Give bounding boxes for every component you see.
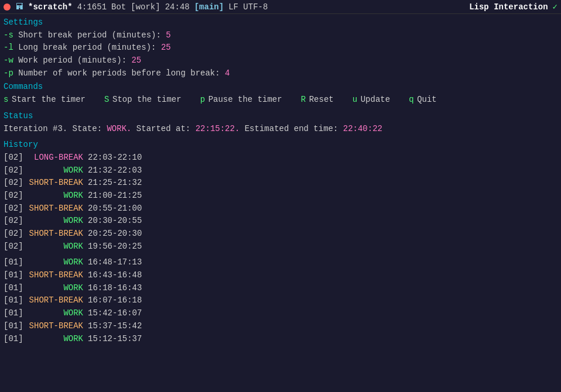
- cmd-key-R[interactable]: R: [301, 94, 309, 106]
- status-started-time: 22:15:22.: [196, 124, 240, 133]
- history-label: History: [4, 140, 38, 149]
- hist-index: [01]: [4, 256, 25, 269]
- hist-type: SHORT-BREAK: [25, 320, 83, 333]
- encoding-display: LF UTF-8: [228, 2, 268, 12]
- hist-time: 16:07-16:18: [88, 294, 142, 307]
- hist-index: [02]: [4, 164, 25, 177]
- short-break-value: 5: [166, 30, 170, 40]
- mode-indicator: Bot: [111, 2, 126, 12]
- hist-index: [01]: [4, 307, 25, 320]
- list-item: [02] WORK 21:00-21:25: [4, 190, 557, 202]
- hist-index: [02]: [4, 152, 25, 164]
- status-estimated-label: Estimated end time:: [245, 124, 338, 133]
- commands-section: Commands s Start the timer S Stop the ti…: [4, 81, 557, 106]
- flag-w: -w: [4, 56, 13, 65]
- hist-type: WORK: [25, 240, 83, 253]
- hist-time: 19:56-20:25: [88, 240, 142, 253]
- list-item: [01] WORK 16:18-16:43: [4, 282, 557, 295]
- history-group-1: [01] WORK 16:48-17:13 [01] SHORT-BREAK 1…: [4, 256, 557, 345]
- cmd-key-u[interactable]: u: [353, 94, 361, 106]
- hist-index: [02]: [4, 202, 25, 215]
- hist-time: 16:18-16:43: [88, 282, 142, 295]
- hist-time: 21:32-22:03: [88, 164, 142, 177]
- main-content: Settings -s Short break period (minutes)…: [0, 14, 561, 348]
- hist-type: WORK: [25, 190, 83, 202]
- list-item: [02] SHORT-BREAK 21:25-21:32: [4, 177, 557, 190]
- command-row: s Start the timer S Stop the timer p Pau…: [4, 94, 557, 106]
- flag-l: -l: [4, 43, 13, 52]
- cmd-key-q[interactable]: q: [409, 94, 417, 106]
- status-line: Iteration #3. State: WORK. Started at: 2…: [4, 123, 557, 136]
- cmd-key-s[interactable]: s: [4, 94, 12, 106]
- list-item: [02] SHORT-BREAK 20:25-20:30: [4, 228, 557, 240]
- cmd-label-pause: Pause the timer: [208, 94, 282, 106]
- hist-time: 20:25-20:30: [88, 228, 142, 240]
- status-iteration: Iteration #3. State:: [4, 124, 102, 133]
- list-item: [02] WORK 20:30-20:55: [4, 215, 557, 228]
- work-period-desc: Work period (minutes):: [18, 56, 131, 65]
- hist-index: [02]: [4, 177, 25, 190]
- hist-type: LONG-BREAK: [25, 152, 83, 164]
- list-item: [02] LONG-BREAK 22:03-22:10: [4, 152, 557, 164]
- flag-s: -s: [4, 30, 13, 40]
- hist-type: WORK: [25, 333, 83, 346]
- list-item: [02] SHORT-BREAK 20:55-21:00: [4, 202, 557, 215]
- status-estimated-time: 22:40:22: [343, 124, 382, 133]
- hist-type: WORK: [25, 164, 83, 177]
- hist-time: 15:37-15:42: [88, 320, 142, 333]
- cmd-label-reset: Reset: [309, 94, 334, 106]
- hist-type: SHORT-BREAK: [25, 202, 83, 215]
- branch-display: [main]: [194, 2, 224, 12]
- hist-type: WORK: [25, 307, 83, 320]
- bracket-info: [work]: [131, 2, 160, 12]
- history-section: History [02] LONG-BREAK 22:03-22:10 [02]…: [4, 139, 557, 345]
- hist-time: 15:42-16:07: [88, 307, 142, 320]
- time-display: 24:48: [165, 2, 190, 12]
- titlebar: 🖬 *scratch* 4:1651 Bot [work] 24:48 [mai…: [0, 0, 561, 14]
- cmd-label-stop: Stop the timer: [112, 94, 182, 106]
- status-section: Status Iteration #3. State: WORK. Starte…: [4, 110, 557, 135]
- hist-time: 20:55-21:00: [88, 202, 142, 215]
- buffer-icon: 🖬: [15, 2, 23, 12]
- hist-index: [02]: [4, 240, 25, 253]
- hist-type: WORK: [25, 282, 83, 295]
- num-periods-desc: Number of work periods before long break…: [18, 68, 225, 78]
- close-button[interactable]: [4, 4, 11, 11]
- hist-time: 21:25-21:32: [88, 177, 142, 190]
- hist-type: SHORT-BREAK: [25, 269, 83, 282]
- settings-section: Settings -s Short break period (minutes)…: [4, 16, 557, 80]
- hist-type: SHORT-BREAK: [25, 228, 83, 240]
- hist-index: [01]: [4, 269, 25, 282]
- hist-time: 16:48-17:13: [88, 256, 142, 269]
- status-state: WORK.: [107, 124, 131, 133]
- hist-index: [01]: [4, 294, 25, 307]
- hist-index: [01]: [4, 282, 25, 295]
- long-break-value: 25: [161, 43, 171, 52]
- hist-time: 21:00-21:25: [88, 190, 142, 202]
- status-label: Status: [4, 111, 33, 121]
- cursor-position: 4:1651: [77, 2, 107, 12]
- cmd-label-start: Start the timer: [12, 94, 85, 106]
- hist-type: SHORT-BREAK: [25, 294, 83, 307]
- cmd-key-S[interactable]: S: [104, 94, 112, 106]
- commands-label: Commands: [4, 82, 43, 91]
- hist-time: 15:12-15:37: [88, 333, 142, 346]
- list-item: [01] WORK 16:48-17:13: [4, 256, 557, 269]
- settings-label: Settings: [4, 18, 43, 27]
- hist-time: 20:30-20:55: [88, 215, 142, 228]
- history-group-2: [02] LONG-BREAK 22:03-22:10 [02] WORK 21…: [4, 152, 557, 253]
- list-item: [02] WORK 21:32-22:03: [4, 164, 557, 177]
- list-item: [01] SHORT-BREAK 16:07-16:18: [4, 294, 557, 307]
- hist-type: SHORT-BREAK: [25, 177, 83, 190]
- list-item: [01] WORK 15:12-15:37: [4, 333, 557, 346]
- work-period-value: 25: [131, 56, 141, 65]
- list-item: [01] WORK 15:42-16:07: [4, 307, 557, 320]
- status-started-label: Started at:: [136, 124, 190, 133]
- filename: *scratch*: [28, 2, 73, 12]
- hist-index: [02]: [4, 190, 25, 202]
- hist-time: 22:03-22:10: [88, 152, 142, 164]
- check-icon: ✓: [553, 2, 557, 12]
- short-break-desc: Short break period (minutes):: [18, 30, 166, 40]
- num-periods-value: 4: [225, 68, 230, 78]
- cmd-key-p[interactable]: p: [200, 94, 208, 106]
